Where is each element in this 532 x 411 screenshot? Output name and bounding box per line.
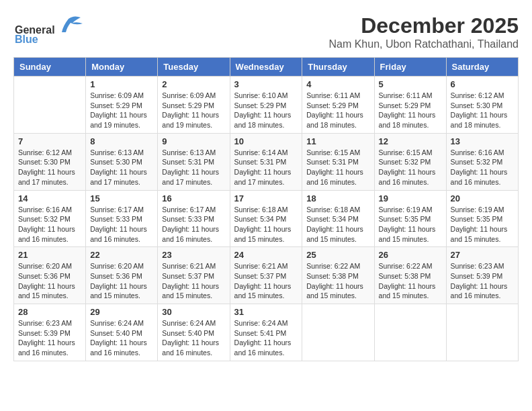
day-info: Sunrise: 6:10 AM Sunset: 5:29 PM Dayligh… [234, 91, 298, 130]
day-number: 24 [234, 250, 298, 260]
day-number: 27 [451, 250, 514, 260]
weekday-header-monday: Monday [86, 58, 158, 77]
calendar-cell: 8Sunrise: 6:13 AM Sunset: 5:30 PM Daylig… [86, 133, 158, 190]
calendar-cell: 5Sunrise: 6:11 AM Sunset: 5:29 PM Daylig… [374, 77, 446, 134]
day-number: 7 [18, 136, 81, 146]
day-info: Sunrise: 6:11 AM Sunset: 5:29 PM Dayligh… [379, 91, 442, 130]
day-info: Sunrise: 6:23 AM Sunset: 5:39 PM Dayligh… [18, 318, 81, 358]
calendar-header-row: SundayMondayTuesdayWednesdayThursdayFrid… [14, 58, 519, 77]
calendar-cell: 28Sunrise: 6:23 AM Sunset: 5:39 PM Dayli… [14, 304, 86, 361]
calendar-cell: 13Sunrise: 6:16 AM Sunset: 5:32 PM Dayli… [446, 133, 518, 190]
calendar-cell: 3Sunrise: 6:10 AM Sunset: 5:29 PM Daylig… [230, 77, 302, 134]
day-number: 10 [234, 136, 298, 146]
day-info: Sunrise: 6:14 AM Sunset: 5:31 PM Dayligh… [234, 148, 298, 187]
calendar-cell [374, 304, 446, 361]
calendar-cell: 15Sunrise: 6:17 AM Sunset: 5:33 PM Dayli… [86, 190, 158, 247]
day-info: Sunrise: 6:21 AM Sunset: 5:37 PM Dayligh… [234, 261, 298, 301]
day-number: 5 [379, 79, 442, 89]
day-number: 22 [90, 250, 153, 260]
day-info: Sunrise: 6:15 AM Sunset: 5:32 PM Dayligh… [379, 148, 442, 187]
day-number: 2 [162, 79, 225, 89]
day-info: Sunrise: 6:12 AM Sunset: 5:30 PM Dayligh… [451, 91, 514, 130]
day-number: 23 [162, 250, 225, 260]
day-number: 3 [234, 79, 298, 89]
day-number: 19 [379, 193, 442, 203]
day-number: 18 [306, 193, 369, 203]
calendar-cell: 18Sunrise: 6:18 AM Sunset: 5:34 PM Dayli… [302, 190, 374, 247]
day-info: Sunrise: 6:15 AM Sunset: 5:31 PM Dayligh… [306, 148, 369, 187]
calendar-cell: 22Sunrise: 6:20 AM Sunset: 5:36 PM Dayli… [86, 247, 158, 304]
calendar-cell: 20Sunrise: 6:19 AM Sunset: 5:35 PM Dayli… [446, 190, 518, 247]
svg-text:Blue: Blue [15, 34, 38, 44]
day-info: Sunrise: 6:13 AM Sunset: 5:31 PM Dayligh… [162, 148, 225, 187]
title-section: December 2025 Nam Khun, Ubon Ratchathani… [328, 13, 519, 50]
logo-general-text: General Blue [13, 13, 87, 46]
calendar-cell: 7Sunrise: 6:12 AM Sunset: 5:30 PM Daylig… [14, 133, 86, 190]
day-number: 17 [234, 193, 298, 203]
day-number: 29 [90, 307, 153, 317]
day-number: 6 [451, 79, 514, 89]
day-number: 30 [162, 307, 225, 317]
day-number: 21 [18, 250, 81, 260]
day-info: Sunrise: 6:17 AM Sunset: 5:33 PM Dayligh… [90, 205, 153, 244]
calendar-cell: 31Sunrise: 6:24 AM Sunset: 5:41 PM Dayli… [230, 304, 302, 361]
day-info: Sunrise: 6:21 AM Sunset: 5:37 PM Dayligh… [162, 261, 225, 301]
day-info: Sunrise: 6:17 AM Sunset: 5:33 PM Dayligh… [162, 205, 225, 244]
day-info: Sunrise: 6:12 AM Sunset: 5:30 PM Dayligh… [18, 148, 81, 187]
calendar-table: SundayMondayTuesdayWednesdayThursdayFrid… [13, 57, 519, 361]
weekday-header-wednesday: Wednesday [230, 58, 302, 77]
day-info: Sunrise: 6:16 AM Sunset: 5:32 PM Dayligh… [451, 148, 514, 187]
day-info: Sunrise: 6:13 AM Sunset: 5:30 PM Dayligh… [90, 148, 153, 187]
calendar-cell: 2Sunrise: 6:09 AM Sunset: 5:29 PM Daylig… [158, 77, 230, 134]
calendar-cell: 6Sunrise: 6:12 AM Sunset: 5:30 PM Daylig… [446, 77, 518, 134]
day-number: 1 [90, 79, 153, 89]
day-info: Sunrise: 6:09 AM Sunset: 5:29 PM Dayligh… [90, 91, 153, 130]
calendar-week-row: 21Sunrise: 6:20 AM Sunset: 5:36 PM Dayli… [14, 247, 519, 304]
page-header: General Blue December 2025 Nam Khun, Ubo… [13, 13, 519, 50]
day-number: 4 [306, 79, 369, 89]
weekday-header-tuesday: Tuesday [158, 58, 230, 77]
day-info: Sunrise: 6:18 AM Sunset: 5:34 PM Dayligh… [306, 205, 369, 244]
calendar-cell: 26Sunrise: 6:22 AM Sunset: 5:38 PM Dayli… [374, 247, 446, 304]
day-number: 8 [90, 136, 153, 146]
calendar-cell: 27Sunrise: 6:23 AM Sunset: 5:39 PM Dayli… [446, 247, 518, 304]
weekday-header-saturday: Saturday [446, 58, 518, 77]
calendar-cell: 21Sunrise: 6:20 AM Sunset: 5:36 PM Dayli… [14, 247, 86, 304]
calendar-cell: 25Sunrise: 6:22 AM Sunset: 5:38 PM Dayli… [302, 247, 374, 304]
day-number: 13 [451, 136, 514, 146]
day-number: 14 [18, 193, 81, 203]
calendar-cell: 29Sunrise: 6:24 AM Sunset: 5:40 PM Dayli… [86, 304, 158, 361]
calendar-cell: 17Sunrise: 6:18 AM Sunset: 5:34 PM Dayli… [230, 190, 302, 247]
calendar-cell: 23Sunrise: 6:21 AM Sunset: 5:37 PM Dayli… [158, 247, 230, 304]
day-number: 15 [90, 193, 153, 203]
calendar-cell: 12Sunrise: 6:15 AM Sunset: 5:32 PM Dayli… [374, 133, 446, 190]
calendar-cell [14, 77, 86, 134]
calendar-cell: 19Sunrise: 6:19 AM Sunset: 5:35 PM Dayli… [374, 190, 446, 247]
day-info: Sunrise: 6:24 AM Sunset: 5:41 PM Dayligh… [234, 318, 298, 358]
day-info: Sunrise: 6:22 AM Sunset: 5:38 PM Dayligh… [306, 261, 369, 301]
logo: General Blue [13, 13, 87, 46]
calendar-cell: 24Sunrise: 6:21 AM Sunset: 5:37 PM Dayli… [230, 247, 302, 304]
calendar-cell [446, 304, 518, 361]
calendar-week-row: 28Sunrise: 6:23 AM Sunset: 5:39 PM Dayli… [14, 304, 519, 361]
calendar-cell: 30Sunrise: 6:24 AM Sunset: 5:40 PM Dayli… [158, 304, 230, 361]
day-number: 31 [234, 307, 298, 317]
calendar-week-row: 14Sunrise: 6:16 AM Sunset: 5:32 PM Dayli… [14, 190, 519, 247]
day-info: Sunrise: 6:16 AM Sunset: 5:32 PM Dayligh… [18, 205, 81, 244]
day-number: 16 [162, 193, 225, 203]
weekday-header-friday: Friday [374, 58, 446, 77]
day-info: Sunrise: 6:19 AM Sunset: 5:35 PM Dayligh… [379, 205, 442, 244]
day-info: Sunrise: 6:23 AM Sunset: 5:39 PM Dayligh… [451, 261, 514, 301]
day-info: Sunrise: 6:09 AM Sunset: 5:29 PM Dayligh… [162, 91, 225, 130]
day-info: Sunrise: 6:24 AM Sunset: 5:40 PM Dayligh… [90, 318, 153, 358]
day-number: 11 [306, 136, 369, 146]
day-info: Sunrise: 6:11 AM Sunset: 5:29 PM Dayligh… [306, 91, 369, 130]
calendar-cell: 9Sunrise: 6:13 AM Sunset: 5:31 PM Daylig… [158, 133, 230, 190]
month-title: December 2025 [328, 13, 519, 38]
location-title: Nam Khun, Ubon Ratchathani, Thailand [328, 38, 519, 50]
day-info: Sunrise: 6:19 AM Sunset: 5:35 PM Dayligh… [451, 205, 514, 244]
day-number: 26 [379, 250, 442, 260]
weekday-header-thursday: Thursday [302, 58, 374, 77]
calendar-week-row: 7Sunrise: 6:12 AM Sunset: 5:30 PM Daylig… [14, 133, 519, 190]
day-info: Sunrise: 6:24 AM Sunset: 5:40 PM Dayligh… [162, 318, 225, 358]
